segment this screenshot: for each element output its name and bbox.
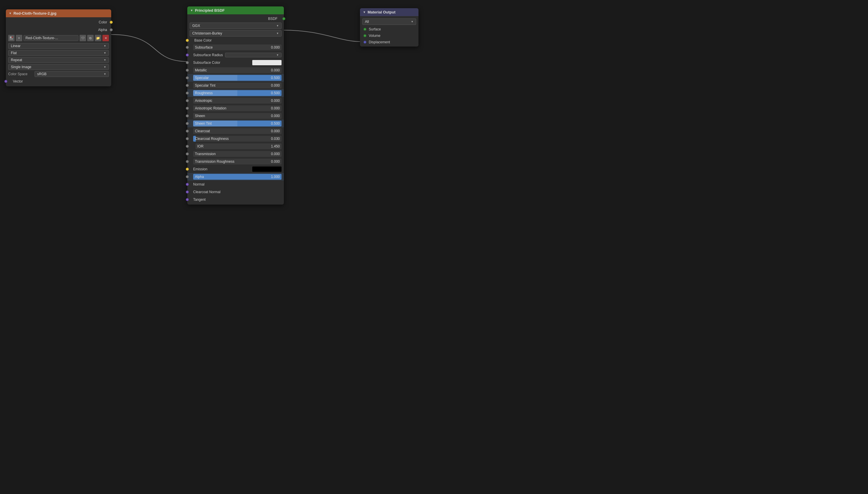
- bsdf-row-9[interactable]: Sheen0.000: [187, 112, 284, 120]
- bsdf-row-16[interactable]: Emission: [187, 165, 284, 173]
- bsdf-bar-container-4[interactable]: Specular0.500: [193, 75, 282, 81]
- bsdf-input-socket-14[interactable]: [186, 152, 189, 155]
- bsdf-input-socket-18[interactable]: [186, 183, 189, 186]
- bsdf-input-socket-12[interactable]: [186, 137, 189, 140]
- texture-type-icon[interactable]: [8, 35, 15, 41]
- bsdf-row-19[interactable]: Clearcoat Normal: [187, 188, 284, 196]
- texture-node-collapse-arrow[interactable]: ▼: [9, 12, 12, 15]
- texture-color-socket[interactable]: [110, 21, 113, 24]
- bsdf-row-12[interactable]: Clearcoat Roughness0.030: [187, 135, 284, 142]
- texture-close-btn[interactable]: ✕: [102, 35, 109, 41]
- bsdf-input-socket-5[interactable]: [186, 84, 189, 87]
- projection-dropdown[interactable]: Flat ▼: [8, 50, 109, 56]
- bsdf-bar-container-15[interactable]: Transmission Roughness0.000: [193, 159, 282, 165]
- bsdf-input-socket-13[interactable]: [186, 145, 189, 148]
- bsdf-input-socket-15[interactable]: [186, 160, 189, 163]
- bsdf-bar-container-12[interactable]: Clearcoat Roughness0.030: [193, 136, 282, 141]
- bsdf-row-1[interactable]: Subsurface Radius▼: [187, 51, 284, 59]
- texture-copy-btn[interactable]: ⧉: [87, 35, 94, 41]
- bsdf-row-18[interactable]: Normal: [187, 180, 284, 188]
- distribution-dropdown[interactable]: GGX ▼: [190, 22, 282, 29]
- interpolation-dropdown[interactable]: Linear ▼: [8, 43, 109, 49]
- colorspace-arrow: ▼: [103, 73, 106, 76]
- texture-node-title: Red-Cloth-Texture-2.jpg: [14, 11, 57, 16]
- bsdf-node-header: ▼ Principled BSDF: [187, 6, 284, 14]
- output-socket-row-0: Surface: [360, 26, 419, 33]
- subsurface-method-dropdown[interactable]: Christensen-Burley ▼: [190, 30, 282, 37]
- bsdf-bar-label-11: Clearcoat: [195, 129, 210, 133]
- subsurface-method-value: Christensen-Burley: [192, 31, 222, 35]
- bsdf-row-label-2: Subsurface Color: [190, 61, 220, 65]
- bsdf-row-11[interactable]: Clearcoat0.000: [187, 127, 284, 135]
- bsdf-row-2[interactable]: Subsurface Color: [187, 59, 284, 66]
- source-dropdown[interactable]: Single Image ▼: [8, 64, 109, 70]
- bsdf-row-6[interactable]: Roughness0.500: [187, 89, 284, 97]
- bsdf-bar-container-3[interactable]: Metallic0.000: [193, 67, 282, 73]
- texture-folder-btn[interactable]: 📁: [95, 35, 101, 41]
- bsdf-bar-container-6[interactable]: Roughness0.500: [193, 90, 282, 96]
- bsdf-input-socket-11[interactable]: [186, 130, 189, 133]
- bsdf-input-socket-19[interactable]: [186, 191, 189, 193]
- output-node-collapse-arrow[interactable]: ▼: [363, 11, 366, 14]
- bsdf-input-socket-8[interactable]: [186, 107, 189, 110]
- bsdf-bar-container-7[interactable]: Anisotropic0.000: [193, 98, 282, 103]
- bsdf-input-socket-1[interactable]: [186, 54, 189, 56]
- bsdf-row-17[interactable]: Alpha1.000: [187, 173, 284, 180]
- bsdf-bar-container-11[interactable]: Clearcoat0.000: [193, 128, 282, 134]
- colorspace-dropdown[interactable]: sRGB ▼: [35, 71, 109, 77]
- texture-alpha-socket[interactable]: [110, 28, 113, 31]
- bsdf-node-collapse-arrow[interactable]: ▼: [190, 9, 193, 12]
- texture-dropdown-arrow[interactable]: ▼: [16, 35, 22, 41]
- bsdf-input-socket-6[interactable]: [186, 92, 189, 95]
- bsdf-bar-container-8[interactable]: Anisotropic Rotation0.000: [193, 106, 282, 111]
- texture-node-body: Color Alpha ▼ Red-Cloth-Texture-... 🛡 ⧉ …: [6, 17, 111, 86]
- bsdf-input-socket-16[interactable]: [186, 168, 189, 171]
- projection-arrow: ▼: [103, 52, 106, 54]
- texture-name-field[interactable]: Red-Cloth-Texture-...: [23, 35, 78, 41]
- bsdf-row-0[interactable]: Subsurface0.000: [187, 44, 284, 51]
- base-color-socket[interactable]: [186, 39, 189, 42]
- bsdf-input-socket-0[interactable]: [186, 46, 189, 49]
- bsdf-dropdown-1[interactable]: ▼: [225, 53, 282, 57]
- bsdf-input-socket-4[interactable]: [186, 76, 189, 79]
- bsdf-row-8[interactable]: Anisotropic Rotation0.000: [187, 104, 284, 112]
- wire-canvas: [0, 0, 868, 494]
- bsdf-color-swatch-16[interactable]: [252, 167, 282, 172]
- bsdf-row-20[interactable]: Tangent: [187, 196, 284, 203]
- bsdf-bar-label-7: Anisotropic: [195, 99, 212, 103]
- bsdf-bar-container-14[interactable]: Transmission0.000: [193, 151, 282, 157]
- extension-dropdown[interactable]: Repeat ▼: [8, 57, 109, 63]
- output-target-dropdown[interactable]: All ▼: [362, 18, 416, 25]
- bsdf-input-socket-3[interactable]: [186, 69, 189, 72]
- bsdf-row-14[interactable]: Transmission0.000: [187, 150, 284, 158]
- bsdf-input-socket-10[interactable]: [186, 122, 189, 125]
- source-value: Single Image: [11, 65, 31, 69]
- bsdf-row-7[interactable]: Anisotropic0.000: [187, 97, 284, 104]
- bsdf-color-swatch-2[interactable]: [252, 60, 282, 65]
- bsdf-bar-label-12: Clearcoat Roughness: [195, 137, 229, 141]
- bsdf-output-socket[interactable]: [283, 17, 285, 20]
- bsdf-bar-container-13[interactable]: IOR1.450: [195, 144, 282, 149]
- bsdf-row-4[interactable]: Specular0.500: [187, 74, 284, 82]
- image-icon: [9, 36, 14, 40]
- bsdf-bar-value-11: 0.000: [271, 129, 280, 133]
- bsdf-row-15[interactable]: Transmission Roughness0.000: [187, 158, 284, 165]
- bsdf-input-socket-7[interactable]: [186, 99, 189, 102]
- bsdf-bar-container-9[interactable]: Sheen0.000: [193, 113, 282, 119]
- bsdf-input-socket-9[interactable]: [186, 114, 189, 117]
- bsdf-bar-container-17[interactable]: Alpha1.000: [193, 174, 282, 180]
- bsdf-bar-container-0[interactable]: Subsurface0.000: [193, 44, 282, 50]
- bsdf-row-label-20: Tangent: [190, 197, 206, 202]
- bsdf-row-5[interactable]: Specular Tint0.000: [187, 82, 284, 89]
- bsdf-row-label-18: Normal: [190, 182, 205, 186]
- bsdf-input-socket-2[interactable]: [186, 61, 189, 64]
- bsdf-row-3[interactable]: Metallic0.000: [187, 66, 284, 74]
- bsdf-bar-container-10[interactable]: Sheen Tint0.500: [193, 120, 282, 127]
- bsdf-input-socket-20[interactable]: [186, 198, 189, 201]
- bsdf-row-13[interactable]: IOR1.450: [187, 142, 284, 150]
- bsdf-bar-container-5[interactable]: Specular Tint0.000: [193, 82, 282, 88]
- vector-socket[interactable]: [4, 80, 7, 83]
- bsdf-input-socket-17[interactable]: [186, 175, 189, 178]
- bsdf-row-10[interactable]: Sheen Tint0.500: [187, 120, 284, 127]
- texture-shield-btn[interactable]: 🛡: [80, 35, 86, 41]
